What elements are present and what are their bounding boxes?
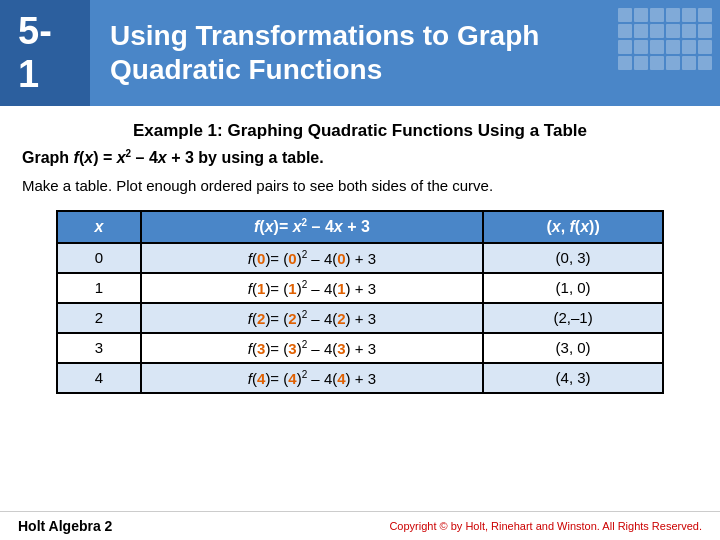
grid-cell bbox=[698, 24, 712, 38]
equation: x bbox=[117, 149, 126, 166]
grid-cell bbox=[618, 8, 632, 22]
grid-cell bbox=[682, 24, 696, 38]
grid-cell bbox=[698, 8, 712, 22]
cell-fx: f(0)= (0)2 – 4(0) + 3 bbox=[141, 243, 483, 273]
grid-cell bbox=[698, 56, 712, 70]
example-title: Example 1: Graphing Quadratic Functions … bbox=[22, 120, 698, 142]
main-content: Example 1: Graphing Quadratic Functions … bbox=[0, 106, 720, 404]
graph-instruction: Graph f(x) = x2 – 4x + 3 by using a tabl… bbox=[22, 148, 698, 167]
page-header: 5-1 Using Transformations to Graph Quadr… bbox=[0, 0, 720, 106]
grid-cell bbox=[666, 56, 680, 70]
grid-cell bbox=[634, 40, 648, 54]
cell-x: 0 bbox=[57, 243, 141, 273]
grid-cell bbox=[618, 24, 632, 38]
cell-fx: f(4)= (4)2 – 4(4) + 3 bbox=[141, 363, 483, 393]
table-row: 0 f(0)= (0)2 – 4(0) + 3 (0, 3) bbox=[57, 243, 663, 273]
page-footer: Holt Algebra 2 Copyright © by Holt, Rine… bbox=[0, 511, 720, 540]
cell-pair: (0, 3) bbox=[483, 243, 663, 273]
values-table: x f(x)= x2 – 4x + 3 (x, f(x)) 0 f(0)= (0… bbox=[56, 210, 664, 393]
cell-pair: (4, 3) bbox=[483, 363, 663, 393]
lesson-title: Using Transformations to Graph Quadratic… bbox=[90, 0, 610, 106]
grid-cell bbox=[650, 56, 664, 70]
grid-cell bbox=[698, 40, 712, 54]
grid-cell bbox=[634, 56, 648, 70]
header-decoration bbox=[610, 0, 720, 78]
table-row: 4 f(4)= (4)2 – 4(4) + 3 (4, 3) bbox=[57, 363, 663, 393]
cell-fx: f(1)= (1)2 – 4(1) + 3 bbox=[141, 273, 483, 303]
grid-cell bbox=[650, 24, 664, 38]
grid-cell bbox=[666, 40, 680, 54]
equation-x2: x bbox=[158, 149, 167, 166]
copyright-text: Copyright © by Holt, Rinehart and Winsto… bbox=[389, 520, 702, 532]
description-text: Make a table. Plot enough ordered pairs … bbox=[22, 175, 698, 196]
grid-cell bbox=[618, 56, 632, 70]
col-header-fx: f(x)= x2 – 4x + 3 bbox=[141, 211, 483, 242]
table-row: 2 f(2)= (2)2 – 4(2) + 3 (2,–1) bbox=[57, 303, 663, 333]
grid-cell bbox=[666, 8, 680, 22]
grid-cell bbox=[682, 40, 696, 54]
publisher-name: Holt Algebra 2 bbox=[18, 518, 112, 534]
grid-cell bbox=[618, 40, 632, 54]
grid-cell bbox=[682, 56, 696, 70]
cell-pair: (2,–1) bbox=[483, 303, 663, 333]
grid-cell bbox=[650, 40, 664, 54]
variable-x: x bbox=[84, 149, 93, 166]
lesson-number: 5-1 bbox=[0, 0, 90, 106]
grid-cell bbox=[650, 8, 664, 22]
cell-x: 4 bbox=[57, 363, 141, 393]
table-row: 3 f(3)= (3)2 – 4(3) + 3 (3, 0) bbox=[57, 333, 663, 363]
grid-cell bbox=[682, 8, 696, 22]
cell-x: 2 bbox=[57, 303, 141, 333]
col-header-x: x bbox=[57, 211, 141, 242]
cell-x: 3 bbox=[57, 333, 141, 363]
cell-fx: f(3)= (3)2 – 4(3) + 3 bbox=[141, 333, 483, 363]
function-label: f bbox=[74, 149, 79, 166]
cell-pair: (3, 0) bbox=[483, 333, 663, 363]
grid-cell bbox=[634, 24, 648, 38]
cell-fx: f(2)= (2)2 – 4(2) + 3 bbox=[141, 303, 483, 333]
grid-cell bbox=[666, 24, 680, 38]
col-header-pair: (x, f(x)) bbox=[483, 211, 663, 242]
cell-x: 1 bbox=[57, 273, 141, 303]
grid-cell bbox=[634, 8, 648, 22]
table-header-row: x f(x)= x2 – 4x + 3 (x, f(x)) bbox=[57, 211, 663, 242]
table-row: 1 f(1)= (1)2 – 4(1) + 3 (1, 0) bbox=[57, 273, 663, 303]
cell-pair: (1, 0) bbox=[483, 273, 663, 303]
